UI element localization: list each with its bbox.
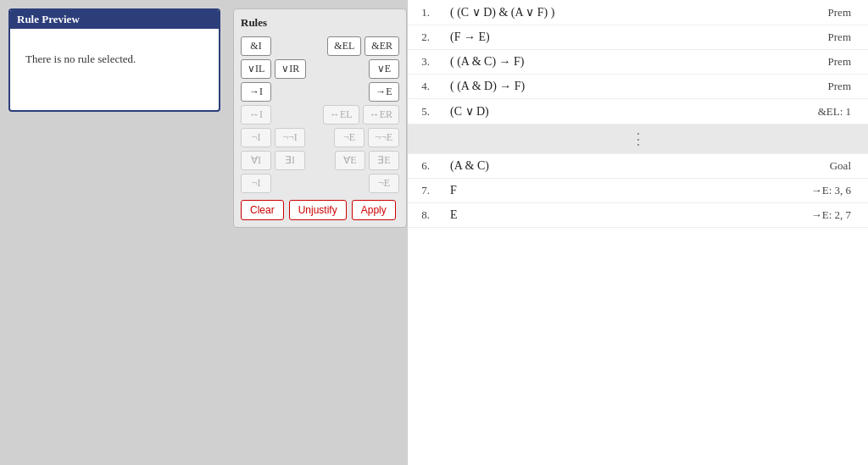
table-row[interactable]: 6.(A & C)Goal [408,154,868,179]
btn-forall-intro[interactable]: ∀I [241,151,271,170]
line-number: 5. [408,99,442,125]
rules-row-4: ↔I ↔EL ↔ER [241,105,399,125]
line-number: 6. [408,154,442,179]
clear-button[interactable]: Clear [241,200,284,220]
table-row[interactable]: 2.(F → E)Prem [408,25,868,50]
rules-row-2: ∨IL ∨IR ∨E [241,59,399,79]
justification: →E: 3, 6 [781,179,868,203]
btn-exists-intro[interactable]: ∃I [275,151,305,170]
rules-panel: Rules &I &EL &ER ∨IL ∨IR ∨E →I →E ↔I ↔EL… [233,8,407,228]
formula: (F → E) [442,25,781,50]
btn-neg-elim-2[interactable]: ¬E [369,174,399,193]
rule-preview-panel: Rule Preview There is no rule selected. [8,8,220,112]
rules-row-5: ¬I ¬¬I ¬E ¬¬E [241,128,399,147]
line-number: 2. [408,25,442,50]
table-row[interactable]: 5.(C ∨ D)&EL: 1 [408,99,868,125]
justification: Prem [781,50,868,75]
table-row[interactable]: 1.( (C ∨ D) & (A ∨ F) )Prem [408,0,868,25]
justification: Prem [781,75,868,99]
formula: ( (A & C) → F) [442,50,781,75]
rule-preview-content: There is no rule selected. [17,36,212,103]
proof-dots: ⋮ [408,125,868,154]
btn-exists-elim[interactable]: ∃E [369,151,399,170]
btn-or-intro-l[interactable]: ∨IL [241,59,271,79]
btn-neg-intro[interactable]: ¬I [241,128,271,147]
rules-row-3: →I →E [241,82,399,102]
btn-iff-elim-l[interactable]: ↔EL [323,105,359,125]
table-row[interactable]: 7.F→E: 3, 6 [408,179,868,203]
proof-table: 1.( (C ∨ D) & (A ∨ F) )Prem2.(F → E)Prem… [408,0,868,228]
justification: &EL: 1 [781,99,868,125]
btn-iff-intro[interactable]: ↔I [241,105,271,125]
btn-and-elim-l[interactable]: &EL [327,36,361,56]
formula: E [442,203,781,228]
proof-panel: 1.( (C ∨ D) & (A ∨ F) )Prem2.(F → E)Prem… [407,0,868,465]
rule-preview-title: Rule Preview [10,10,219,29]
line-number: 8. [408,203,442,228]
justification: Prem [781,0,868,25]
rules-row-7: ¬I ¬E [241,174,399,193]
btn-neg-neg-intro[interactable]: ¬¬I [275,128,305,147]
table-row[interactable]: ⋮ [408,125,868,154]
btn-implies-elim[interactable]: →E [369,82,399,102]
formula: (A & C) [442,154,781,179]
apply-button[interactable]: Apply [352,200,396,220]
btn-or-elim[interactable]: ∨E [369,59,399,79]
formula: ( (A & D) → F) [442,75,781,99]
btn-iff-elim-r[interactable]: ↔ER [363,105,399,125]
btn-neg-neg-elim[interactable]: ¬¬E [368,128,399,147]
formula: ( (C ∨ D) & (A ∨ F) ) [442,0,781,25]
justification: Goal [781,154,868,179]
justification: Prem [781,25,868,50]
rules-title: Rules [241,16,399,30]
action-buttons: Clear Unjustify Apply [241,200,399,220]
btn-neg-elim[interactable]: ¬E [334,128,364,147]
rules-grid: &I &EL &ER ∨IL ∨IR ∨E →I →E ↔I ↔EL ↔ER ¬… [241,36,399,193]
table-row[interactable]: 8.E→E: 2, 7 [408,203,868,228]
btn-neg-intro-2[interactable]: ¬I [241,174,271,193]
table-row[interactable]: 4.( (A & D) → F)Prem [408,75,868,99]
rules-row-6: ∀I ∃I ∀E ∃E [241,151,399,170]
btn-and-elim-r[interactable]: &ER [364,36,399,56]
btn-implies-intro[interactable]: →I [241,82,271,102]
btn-forall-elim[interactable]: ∀E [335,151,365,170]
btn-or-intro-r[interactable]: ∨IR [275,59,306,79]
line-number: 7. [408,179,442,203]
table-row[interactable]: 3.( (A & C) → F)Prem [408,50,868,75]
rules-row-1: &I &EL &ER [241,36,399,56]
formula: F [442,179,781,203]
line-number: 4. [408,75,442,99]
justification: →E: 2, 7 [781,203,868,228]
formula: (C ∨ D) [442,99,781,125]
unjustify-button[interactable]: Unjustify [289,200,347,220]
line-number: 1. [408,0,442,25]
btn-and-intro[interactable]: &I [241,36,271,56]
line-number: 3. [408,50,442,75]
